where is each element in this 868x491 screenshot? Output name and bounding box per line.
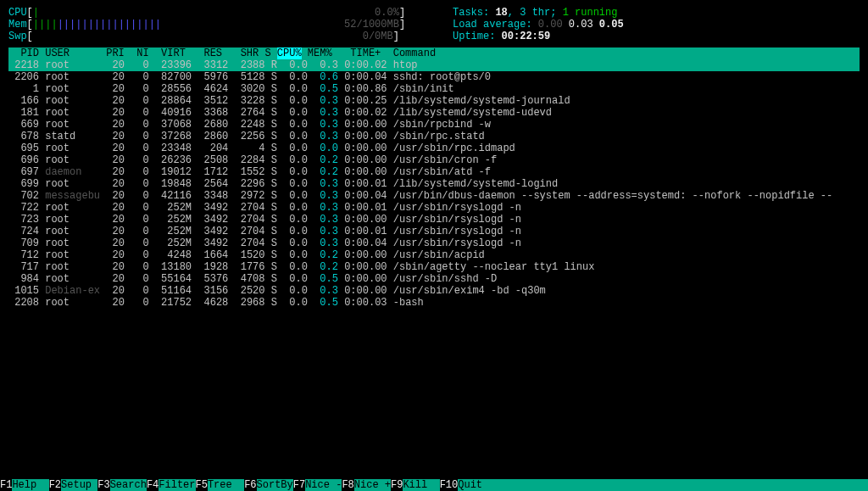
swp-value: 0/0MB bbox=[363, 31, 393, 42]
process-row[interactable]: 2208 root 20 0 21752 4628 2968 S 0.0 0.5… bbox=[8, 297, 860, 309]
column-header[interactable]: PID USER PRI NI VIRT RES SHR S CPU% MEM%… bbox=[8, 47, 860, 59]
sysinfo-block: Tasks: 18, 3 thr; 1 running Load average… bbox=[432, 7, 624, 42]
cpu-value: 0.0% bbox=[375, 7, 399, 19]
cpu-meter: CPU[| 0.0%] bbox=[8, 7, 432, 19]
process-row[interactable]: 712 root 20 0 4248 1664 1520 S 0.0 0.2 0… bbox=[8, 249, 860, 261]
process-row[interactable]: 717 root 20 0 13180 1928 1776 S 0.0 0.2 … bbox=[8, 261, 860, 273]
process-row[interactable]: 984 root 20 0 55164 5376 4708 S 0.0 0.5 … bbox=[8, 273, 860, 285]
process-list[interactable]: 2218 root 20 0 23396 3312 2388 R 0.0 0.3… bbox=[8, 59, 860, 309]
process-row[interactable]: 166 root 20 0 28864 3512 3228 S 0.0 0.3 … bbox=[8, 95, 860, 107]
header-block: CPU[| 0.0%] Mem[||||||||||||||||||||| 52… bbox=[8, 7, 860, 42]
process-row[interactable]: 181 root 20 0 40916 3368 2764 S 0.0 0.3 … bbox=[8, 107, 860, 119]
process-row[interactable]: 722 root 20 0 252M 3492 2704 S 0.0 0.3 0… bbox=[8, 202, 860, 214]
fkey-f3[interactable]: F3 bbox=[97, 479, 109, 491]
mem-label: Mem bbox=[8, 19, 27, 31]
process-row[interactable]: 1015 Debian-ex 20 0 51164 3156 2520 S 0.… bbox=[8, 285, 860, 297]
process-row[interactable]: 678 statd 20 0 37268 2860 2256 S 0.0 0.3… bbox=[8, 131, 860, 142]
process-row[interactable]: 695 root 20 0 23348 204 4 S 0.0 0.0 0:00… bbox=[8, 142, 860, 154]
process-row[interactable]: 669 root 20 0 37068 2680 2248 S 0.0 0.3 … bbox=[8, 119, 860, 131]
swp-label: Swp bbox=[8, 31, 27, 42]
process-row[interactable]: 724 root 20 0 252M 3492 2704 S 0.0 0.3 0… bbox=[8, 226, 860, 237]
fkey-label-f7[interactable]: Nice - bbox=[305, 479, 342, 491]
fkey-label-f5[interactable]: Tree bbox=[208, 479, 244, 491]
process-row[interactable]: 709 root 20 0 252M 3492 2704 S 0.0 0.3 0… bbox=[8, 237, 860, 249]
fkey-f2[interactable]: F2 bbox=[49, 479, 61, 491]
mem-meter: Mem[||||||||||||||||||||| 52/1000MB] bbox=[8, 19, 432, 31]
fkey-label-f9[interactable]: Kill bbox=[403, 479, 439, 491]
fkey-f10[interactable]: F10 bbox=[440, 479, 459, 491]
fkey-f5[interactable]: F5 bbox=[196, 479, 208, 491]
load-line: Load average: 0.00 0.03 0.05 bbox=[453, 19, 624, 31]
fkey-label-f6[interactable]: SortBy bbox=[257, 479, 293, 491]
process-row[interactable]: 699 root 20 0 19848 2564 2296 S 0.0 0.3 … bbox=[8, 178, 860, 190]
htop-screen: CPU[| 0.0%] Mem[||||||||||||||||||||| 52… bbox=[0, 0, 868, 315]
process-row[interactable]: 702 messagebu 20 0 42116 3348 2972 S 0.0… bbox=[8, 190, 860, 202]
process-row[interactable]: 697 daemon 20 0 19012 1712 1552 S 0.0 0.… bbox=[8, 166, 860, 178]
process-row[interactable]: 2218 root 20 0 23396 3312 2388 R 0.0 0.3… bbox=[8, 59, 860, 71]
mem-value: 52/1000MB bbox=[344, 19, 399, 31]
fkey-f8[interactable]: F8 bbox=[342, 479, 353, 491]
fkey-f7[interactable]: F7 bbox=[293, 479, 305, 491]
uptime-line: Uptime: 00:22:59 bbox=[453, 31, 624, 42]
process-row[interactable]: 696 root 20 0 26236 2508 2284 S 0.0 0.2 … bbox=[8, 154, 860, 166]
meters-left: CPU[| 0.0%] Mem[||||||||||||||||||||| 52… bbox=[8, 7, 432, 42]
fkey-f6[interactable]: F6 bbox=[244, 479, 256, 491]
process-row[interactable]: 1 root 20 0 28556 4624 3020 S 0.0 0.5 0:… bbox=[8, 83, 860, 95]
fkey-label-f4[interactable]: Filter bbox=[159, 479, 195, 491]
fkey-label-f2[interactable]: Setup bbox=[61, 479, 97, 491]
fkey-label-f8[interactable]: Nice + bbox=[354, 479, 391, 491]
fkey-label-f1[interactable]: Help bbox=[12, 479, 48, 491]
tasks-line: Tasks: 18, 3 thr; 1 running bbox=[453, 7, 624, 19]
fkey-f1[interactable]: F1 bbox=[0, 479, 12, 491]
fkey-label-f10[interactable]: Quit bbox=[458, 479, 494, 491]
process-row[interactable]: 723 root 20 0 252M 3492 2704 S 0.0 0.3 0… bbox=[8, 214, 860, 226]
fkey-f9[interactable]: F9 bbox=[391, 479, 403, 491]
process-row[interactable]: 2206 root 20 0 82700 5976 5128 S 0.0 0.6… bbox=[8, 71, 860, 83]
cpu-bar-empty bbox=[39, 7, 375, 19]
swp-meter: Swp[ 0/0MB] bbox=[8, 31, 432, 42]
cpu-label: CPU bbox=[8, 7, 27, 19]
fkey-label-f3[interactable]: Search bbox=[110, 479, 147, 491]
fkey-f4[interactable]: F4 bbox=[147, 479, 159, 491]
function-key-bar[interactable]: F1Help F2Setup F3SearchF4FilterF5Tree F6… bbox=[0, 479, 868, 491]
